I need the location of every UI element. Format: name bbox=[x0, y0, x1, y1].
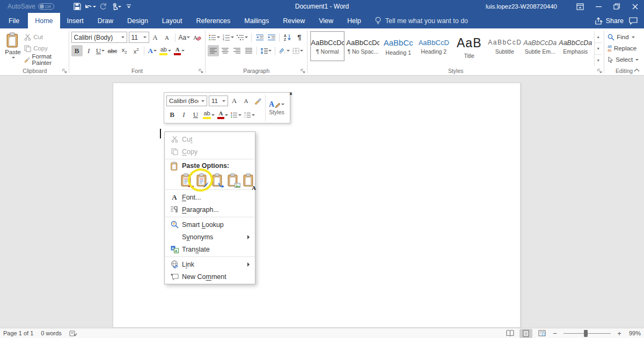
bold-button[interactable]: B bbox=[71, 45, 83, 56]
style-subtitle[interactable]: AaBbCcD Subtitle bbox=[487, 31, 522, 61]
zoom-level[interactable]: 99% bbox=[626, 330, 641, 336]
text-highlight-button[interactable]: ab bbox=[158, 45, 172, 56]
menu-item-synonyms[interactable]: Synonyms bbox=[165, 231, 255, 243]
menu-item-font[interactable]: A Font... bbox=[165, 191, 255, 203]
zoom-in-button[interactable]: + bbox=[616, 329, 623, 337]
strikethrough-button[interactable]: abc bbox=[107, 45, 119, 56]
style-emphasis[interactable]: AaBbCcDa Emphasis bbox=[558, 31, 592, 61]
ribbon-display-options-icon[interactable] bbox=[571, 0, 589, 13]
font-color-button[interactable]: A bbox=[173, 45, 186, 56]
mini-font-color-button[interactable]: A bbox=[216, 109, 229, 121]
word-count[interactable]: 0 words bbox=[41, 330, 62, 336]
zoom-slider[interactable] bbox=[564, 333, 611, 334]
font-color-dropdown-icon[interactable] bbox=[181, 50, 185, 53]
mini-styles-button[interactable]: A Styles bbox=[265, 94, 288, 121]
change-case-button[interactable]: Aa bbox=[178, 32, 192, 43]
mini-italic-button[interactable]: I bbox=[178, 109, 189, 121]
mini-grow-font-button[interactable]: A▲ bbox=[229, 95, 240, 107]
tab-layout[interactable]: Layout bbox=[155, 13, 189, 28]
sort-button[interactable]: AZ bbox=[282, 32, 293, 43]
touch-mode-dropdown-icon[interactable] bbox=[118, 6, 121, 9]
numbering-dropdown-icon[interactable] bbox=[231, 36, 234, 40]
menu-item-cut[interactable]: Cut bbox=[165, 133, 255, 145]
mini-format-painter-button[interactable] bbox=[252, 95, 264, 107]
show-hide-pilcrow-button[interactable]: ¶ bbox=[294, 32, 305, 43]
tab-review[interactable]: Review bbox=[276, 13, 312, 28]
mini-numbering-dropdown-icon[interactable] bbox=[252, 114, 255, 117]
multilevel-dropdown-icon[interactable] bbox=[245, 36, 248, 40]
menu-item-smart-lookup[interactable]: Smart Lookup bbox=[165, 218, 255, 231]
undo-dropdown-icon[interactable] bbox=[93, 6, 96, 9]
signed-in-user[interactable]: luis.lopez23-W208720440 bbox=[486, 3, 557, 10]
clear-formatting-button[interactable]: A bbox=[192, 32, 203, 43]
tab-references[interactable]: References bbox=[189, 13, 237, 28]
align-center-button[interactable] bbox=[219, 45, 231, 56]
subscript-button[interactable]: x2 bbox=[119, 45, 130, 56]
tab-design[interactable]: Design bbox=[120, 13, 155, 28]
superscript-button[interactable]: x2 bbox=[130, 45, 142, 56]
paste-button[interactable]: Paste bbox=[3, 31, 23, 66]
style-subtle-emphasis[interactable]: AaBbCcDa Subtle Em... bbox=[523, 31, 557, 61]
select-button[interactable]: Select bbox=[606, 54, 640, 65]
find-dropdown-icon[interactable] bbox=[632, 36, 635, 40]
paragraph-dialog-launcher-icon[interactable] bbox=[301, 69, 305, 74]
font-size-select[interactable]: 11 bbox=[129, 32, 149, 43]
minimize-button[interactable] bbox=[589, 0, 608, 13]
select-dropdown-icon[interactable] bbox=[635, 59, 639, 62]
format-painter-button[interactable]: Format Painter bbox=[23, 54, 66, 65]
align-left-button[interactable] bbox=[208, 45, 219, 56]
shading-button[interactable] bbox=[277, 45, 291, 56]
increase-indent-button[interactable] bbox=[266, 32, 277, 43]
undo-button[interactable] bbox=[84, 1, 96, 12]
tab-view[interactable]: View bbox=[312, 13, 340, 28]
italic-button[interactable]: I bbox=[83, 45, 94, 56]
redo-button[interactable] bbox=[97, 1, 109, 12]
numbering-button[interactable]: 123 bbox=[222, 32, 235, 43]
share-button[interactable]: Share bbox=[595, 17, 624, 25]
borders-dropdown-icon[interactable] bbox=[300, 50, 303, 53]
menu-item-translate[interactable]: aa Translate bbox=[165, 243, 255, 255]
font-family-select[interactable]: Calibri (Body) bbox=[71, 32, 127, 43]
tab-file[interactable]: File bbox=[0, 13, 28, 28]
tab-help[interactable]: Help bbox=[340, 13, 368, 28]
menu-item-new-comment[interactable]: New Comment bbox=[165, 270, 255, 283]
close-button[interactable] bbox=[626, 0, 644, 13]
paste-link-button[interactable] bbox=[212, 173, 223, 187]
read-mode-button[interactable] bbox=[503, 329, 516, 338]
mini-bold-button[interactable]: B bbox=[166, 109, 178, 121]
mini-font-color-dropdown-icon[interactable] bbox=[225, 114, 228, 117]
font-dialog-launcher-icon[interactable] bbox=[199, 69, 203, 74]
align-right-button[interactable] bbox=[231, 45, 243, 56]
text-effects-button[interactable]: A bbox=[147, 45, 158, 56]
bullets-dropdown-icon[interactable] bbox=[217, 36, 220, 40]
menu-item-link[interactable]: Link bbox=[165, 258, 255, 270]
shading-dropdown-icon[interactable] bbox=[287, 50, 290, 53]
replace-button[interactable]: abac Replace bbox=[606, 43, 640, 54]
paste-picture-button[interactable] bbox=[228, 173, 239, 187]
proofing-status-icon[interactable] bbox=[69, 330, 77, 337]
style-heading-1[interactable]: AaBbCc Heading 1 bbox=[381, 31, 415, 61]
paste-dropdown-icon[interactable] bbox=[12, 57, 15, 60]
style-heading-2[interactable]: AaBbCcD Heading 2 bbox=[416, 31, 451, 61]
borders-button[interactable] bbox=[291, 45, 304, 56]
paste-keep-text-only-button[interactable]: A bbox=[243, 173, 254, 187]
style-no-spacing[interactable]: AaBbCcDc ¶ No Spac... bbox=[346, 31, 380, 61]
autosave-pill[interactable]: Off bbox=[38, 3, 54, 10]
print-layout-button[interactable] bbox=[519, 329, 532, 338]
zoom-slider-thumb[interactable] bbox=[584, 330, 588, 337]
mini-highlight-dropdown-icon[interactable] bbox=[211, 114, 215, 117]
mini-shrink-font-button[interactable]: A▼ bbox=[240, 95, 252, 107]
styles-scroll-down-icon[interactable]: ▼ bbox=[595, 43, 602, 55]
clipboard-dialog-launcher-icon[interactable] bbox=[62, 69, 67, 74]
comments-icon[interactable] bbox=[629, 17, 638, 25]
styles-dialog-launcher-icon[interactable] bbox=[597, 69, 602, 74]
justify-button[interactable] bbox=[243, 45, 254, 56]
menu-item-paragraph[interactable]: Paragraph... bbox=[165, 203, 255, 216]
mini-font-size-select[interactable]: 11 bbox=[209, 95, 228, 106]
menu-item-copy[interactable]: Copy bbox=[165, 145, 255, 158]
style-normal[interactable]: AaBbCcDc ¶ Normal bbox=[310, 31, 345, 61]
line-spacing-button[interactable] bbox=[259, 45, 273, 56]
page-count[interactable]: Page 1 of 1 bbox=[3, 330, 33, 336]
highlight-dropdown-icon[interactable] bbox=[168, 50, 171, 53]
style-title[interactable]: AaB Title bbox=[452, 31, 486, 61]
